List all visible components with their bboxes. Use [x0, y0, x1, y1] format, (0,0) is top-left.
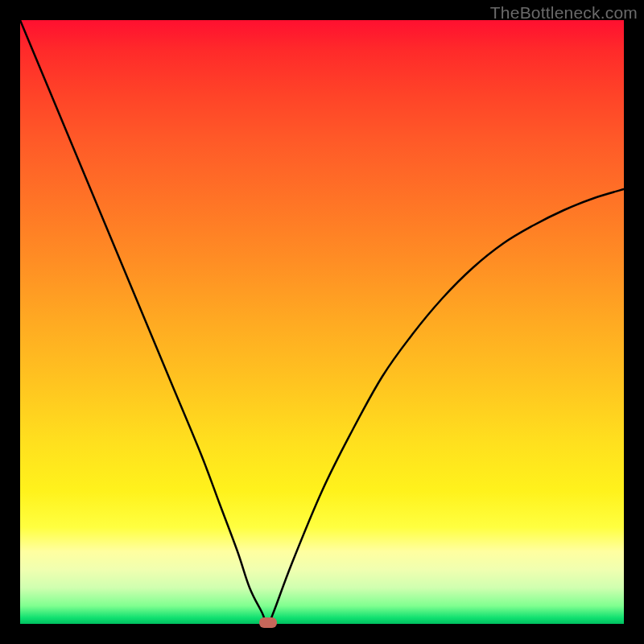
bottleneck-curve: [20, 20, 624, 624]
chart-frame: TheBottleneck.com: [0, 0, 644, 644]
watermark-text: TheBottleneck.com: [490, 3, 638, 23]
plot-area: [20, 20, 624, 624]
optimum-marker: [259, 617, 277, 628]
